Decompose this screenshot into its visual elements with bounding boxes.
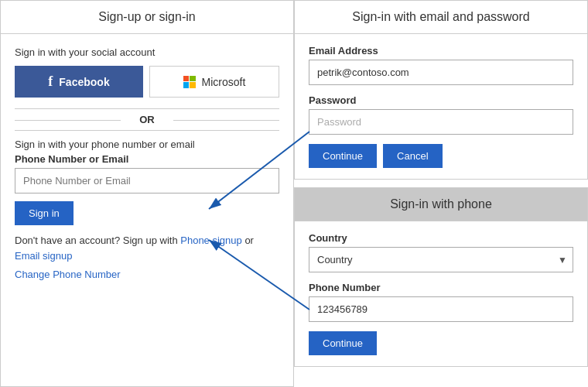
phone-email-input[interactable]: [15, 168, 279, 194]
social-buttons: f Facebook Microsoft: [15, 66, 279, 98]
right-bottom-title: Sign-in with phone: [295, 188, 587, 221]
country-label: Country: [309, 232, 573, 244]
password-group: Password: [309, 94, 573, 135]
phone-email-section-label: Sign in with your phone number or email: [15, 139, 279, 150]
bottom-button-row: Continue: [309, 331, 573, 355]
facebook-icon: f: [48, 74, 53, 90]
facebook-button[interactable]: f Facebook: [15, 66, 143, 98]
country-select-wrapper: Country ▼: [309, 247, 573, 272]
phone-group: Phone Number: [309, 282, 573, 322]
signin-button[interactable]: Sign in: [15, 201, 74, 225]
signup-prompt-text: Don't have an account? Sign up with Phon…: [15, 233, 279, 263]
facebook-label: Facebook: [59, 76, 109, 88]
top-button-row: Continue Cancel: [309, 144, 573, 168]
email-signup-link[interactable]: Email signup: [15, 250, 72, 262]
country-group: Country Country ▼: [309, 232, 573, 272]
right-top-body: Email Address Password Continue Cancel: [295, 34, 587, 179]
email-input[interactable]: [309, 60, 573, 85]
bottom-continue-button[interactable]: Continue: [309, 331, 377, 355]
or-divider: OR: [15, 108, 279, 131]
right-top-panel: Sign-in with email and password Email Ad…: [294, 0, 588, 180]
right-bottom-panel: Sign-in with phone Country Country ▼ Pho…: [294, 187, 588, 367]
right-panel: Sign-in with email and password Email Ad…: [294, 0, 588, 387]
cancel-button[interactable]: Cancel: [383, 144, 442, 168]
phone-input[interactable]: [309, 296, 573, 322]
email-label: Email Address: [309, 45, 573, 57]
country-select[interactable]: Country: [309, 247, 573, 272]
password-input[interactable]: [309, 109, 573, 135]
microsoft-logo-icon: [183, 76, 196, 88]
change-phone-link[interactable]: Change Phone Number: [15, 269, 121, 280]
left-panel-body: Sign in with your social account f Faceb…: [1, 34, 293, 293]
phone-signup-link[interactable]: Phone signup: [180, 235, 242, 246]
social-label: Sign in with your social account: [15, 46, 279, 58]
microsoft-button[interactable]: Microsoft: [149, 66, 279, 98]
phone-label: Phone Number: [309, 282, 573, 293]
left-panel-title: Sign-up or sign-in: [1, 1, 293, 34]
right-bottom-body: Country Country ▼ Phone Number Continue: [295, 221, 587, 366]
phone-email-field-label: Phone Number or Email: [15, 153, 279, 165]
right-top-title: Sign-in with email and password: [295, 1, 587, 34]
microsoft-label: Microsoft: [202, 76, 246, 88]
password-label: Password: [309, 94, 573, 106]
email-group: Email Address: [309, 45, 573, 85]
top-continue-button[interactable]: Continue: [309, 144, 377, 168]
left-panel: Sign-up or sign-in Sign in with your soc…: [0, 0, 294, 387]
